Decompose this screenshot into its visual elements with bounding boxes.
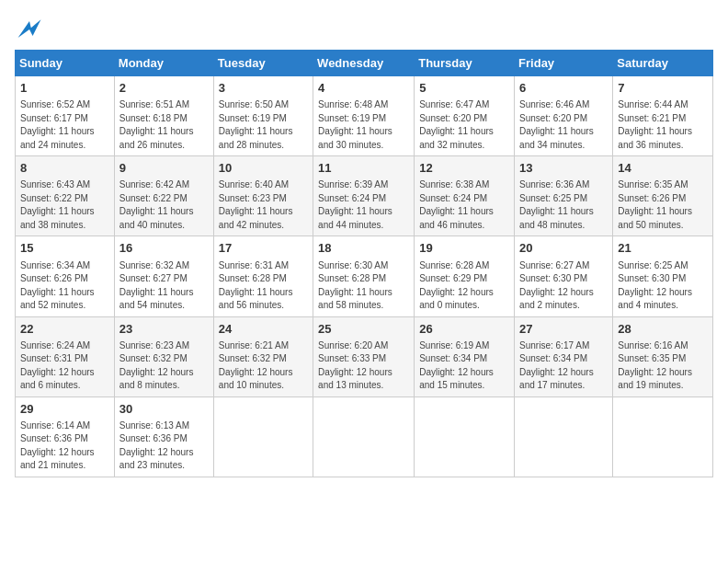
logo — [15, 15, 48, 44]
cell-content: Sunrise: 6:32 AM Sunset: 6:27 PM Dayligh… — [119, 259, 209, 313]
cell-content: Sunrise: 6:23 AM Sunset: 6:32 PM Dayligh… — [119, 339, 209, 393]
weekday-header-row: SundayMondayTuesdayWednesdayThursdayFrid… — [16, 51, 713, 76]
cell-content: Sunrise: 6:48 AM Sunset: 6:19 PM Dayligh… — [318, 98, 409, 152]
cell-content: Sunrise: 6:24 AM Sunset: 6:31 PM Dayligh… — [20, 339, 109, 393]
cell-content: Sunrise: 6:50 AM Sunset: 6:19 PM Dayligh… — [219, 98, 308, 152]
day-number: 22 — [20, 321, 109, 338]
cell-content: Sunrise: 6:35 AM Sunset: 6:26 PM Dayligh… — [618, 178, 708, 232]
calendar-cell: 8 Sunrise: 6:43 AM Sunset: 6:22 PM Dayli… — [16, 156, 115, 236]
cell-content: Sunrise: 6:30 AM Sunset: 6:28 PM Dayligh… — [318, 259, 409, 313]
calendar-cell: 17 Sunrise: 6:31 AM Sunset: 6:28 PM Dayl… — [213, 236, 313, 316]
calendar-cell: 6 Sunrise: 6:46 AM Sunset: 6:20 PM Dayli… — [515, 76, 613, 156]
day-number: 5 — [419, 80, 509, 97]
calendar-cell: 12 Sunrise: 6:38 AM Sunset: 6:24 PM Dayl… — [415, 156, 515, 236]
day-number: 17 — [219, 240, 308, 257]
calendar-week-5: 29 Sunrise: 6:14 AM Sunset: 6:36 PM Dayl… — [16, 396, 713, 477]
cell-content: Sunrise: 6:25 AM Sunset: 6:30 PM Dayligh… — [618, 259, 708, 313]
day-number: 26 — [419, 321, 509, 338]
cell-content: Sunrise: 6:36 AM Sunset: 6:25 PM Dayligh… — [519, 178, 608, 232]
day-number: 11 — [318, 160, 409, 177]
calendar-cell: 14 Sunrise: 6:35 AM Sunset: 6:26 PM Dayl… — [613, 156, 713, 236]
calendar-week-3: 15 Sunrise: 6:34 AM Sunset: 6:26 PM Dayl… — [16, 236, 713, 316]
weekday-header-friday: Friday — [515, 51, 613, 76]
calendar-cell: 4 Sunrise: 6:48 AM Sunset: 6:19 PM Dayli… — [313, 76, 415, 156]
day-number: 24 — [219, 321, 308, 338]
calendar-cell: 22 Sunrise: 6:24 AM Sunset: 6:31 PM Dayl… — [16, 316, 115, 396]
day-number: 10 — [219, 160, 308, 177]
day-number: 12 — [419, 160, 509, 177]
calendar-cell: 19 Sunrise: 6:28 AM Sunset: 6:29 PM Dayl… — [415, 236, 515, 316]
day-number: 16 — [119, 240, 209, 257]
calendar-cell: 20 Sunrise: 6:27 AM Sunset: 6:30 PM Dayl… — [515, 236, 613, 316]
cell-content: Sunrise: 6:13 AM Sunset: 6:36 PM Dayligh… — [119, 419, 209, 473]
day-number: 15 — [20, 240, 109, 257]
cell-content: Sunrise: 6:40 AM Sunset: 6:23 PM Dayligh… — [219, 178, 308, 232]
cell-content: Sunrise: 6:14 AM Sunset: 6:36 PM Dayligh… — [20, 419, 109, 473]
calendar-week-2: 8 Sunrise: 6:43 AM Sunset: 6:22 PM Dayli… — [16, 156, 713, 236]
cell-content: Sunrise: 6:47 AM Sunset: 6:20 PM Dayligh… — [419, 98, 509, 152]
logo-icon — [15, 15, 44, 44]
calendar-cell: 27 Sunrise: 6:17 AM Sunset: 6:34 PM Dayl… — [515, 316, 613, 396]
day-number: 6 — [519, 80, 608, 97]
calendar-cell — [213, 396, 313, 477]
day-number: 4 — [318, 80, 409, 97]
cell-content: Sunrise: 6:42 AM Sunset: 6:22 PM Dayligh… — [119, 178, 209, 232]
day-number: 1 — [20, 80, 109, 97]
calendar-cell — [313, 396, 415, 477]
day-number: 8 — [20, 160, 109, 177]
calendar-cell: 30 Sunrise: 6:13 AM Sunset: 6:36 PM Dayl… — [114, 396, 213, 477]
calendar-cell: 1 Sunrise: 6:52 AM Sunset: 6:17 PM Dayli… — [16, 76, 115, 156]
cell-content: Sunrise: 6:46 AM Sunset: 6:20 PM Dayligh… — [519, 98, 608, 152]
cell-content: Sunrise: 6:21 AM Sunset: 6:32 PM Dayligh… — [219, 339, 308, 393]
calendar-cell: 21 Sunrise: 6:25 AM Sunset: 6:30 PM Dayl… — [613, 236, 713, 316]
calendar-cell: 25 Sunrise: 6:20 AM Sunset: 6:33 PM Dayl… — [313, 316, 415, 396]
day-number: 28 — [618, 321, 708, 338]
calendar-cell: 18 Sunrise: 6:30 AM Sunset: 6:28 PM Dayl… — [313, 236, 415, 316]
calendar-cell: 3 Sunrise: 6:50 AM Sunset: 6:19 PM Dayli… — [213, 76, 313, 156]
cell-content: Sunrise: 6:17 AM Sunset: 6:34 PM Dayligh… — [519, 339, 608, 393]
day-number: 27 — [519, 321, 608, 338]
weekday-header-wednesday: Wednesday — [313, 51, 415, 76]
day-number: 20 — [519, 240, 608, 257]
calendar-cell: 5 Sunrise: 6:47 AM Sunset: 6:20 PM Dayli… — [415, 76, 515, 156]
day-number: 21 — [618, 240, 708, 257]
calendar-cell: 29 Sunrise: 6:14 AM Sunset: 6:36 PM Dayl… — [16, 396, 115, 477]
day-number: 29 — [20, 401, 109, 418]
calendar-cell: 24 Sunrise: 6:21 AM Sunset: 6:32 PM Dayl… — [213, 316, 313, 396]
cell-content: Sunrise: 6:39 AM Sunset: 6:24 PM Dayligh… — [318, 178, 409, 232]
page-header — [15, 15, 713, 44]
day-number: 23 — [119, 321, 209, 338]
day-number: 14 — [618, 160, 708, 177]
day-number: 2 — [119, 80, 209, 97]
weekday-header-tuesday: Tuesday — [213, 51, 313, 76]
cell-content: Sunrise: 6:43 AM Sunset: 6:22 PM Dayligh… — [20, 178, 109, 232]
calendar-cell: 28 Sunrise: 6:16 AM Sunset: 6:35 PM Dayl… — [613, 316, 713, 396]
weekday-header-saturday: Saturday — [613, 51, 713, 76]
day-number: 30 — [119, 401, 209, 418]
cell-content: Sunrise: 6:28 AM Sunset: 6:29 PM Dayligh… — [419, 259, 509, 313]
calendar-week-1: 1 Sunrise: 6:52 AM Sunset: 6:17 PM Dayli… — [16, 76, 713, 156]
cell-content: Sunrise: 6:51 AM Sunset: 6:18 PM Dayligh… — [119, 98, 209, 152]
day-number: 19 — [419, 240, 509, 257]
cell-content: Sunrise: 6:27 AM Sunset: 6:30 PM Dayligh… — [519, 259, 608, 313]
cell-content: Sunrise: 6:19 AM Sunset: 6:34 PM Dayligh… — [419, 339, 509, 393]
calendar-cell: 2 Sunrise: 6:51 AM Sunset: 6:18 PM Dayli… — [114, 76, 213, 156]
calendar-cell — [515, 396, 613, 477]
day-number: 25 — [318, 321, 409, 338]
calendar-cell — [415, 396, 515, 477]
day-number: 7 — [618, 80, 708, 97]
day-number: 3 — [219, 80, 308, 97]
calendar-cell: 7 Sunrise: 6:44 AM Sunset: 6:21 PM Dayli… — [613, 76, 713, 156]
cell-content: Sunrise: 6:38 AM Sunset: 6:24 PM Dayligh… — [419, 178, 509, 232]
day-number: 18 — [318, 240, 409, 257]
day-number: 13 — [519, 160, 608, 177]
calendar-cell: 15 Sunrise: 6:34 AM Sunset: 6:26 PM Dayl… — [16, 236, 115, 316]
calendar-cell — [613, 396, 713, 477]
calendar-cell: 13 Sunrise: 6:36 AM Sunset: 6:25 PM Dayl… — [515, 156, 613, 236]
calendar-week-4: 22 Sunrise: 6:24 AM Sunset: 6:31 PM Dayl… — [16, 316, 713, 396]
calendar-cell: 26 Sunrise: 6:19 AM Sunset: 6:34 PM Dayl… — [415, 316, 515, 396]
day-number: 9 — [119, 160, 209, 177]
weekday-header-monday: Monday — [114, 51, 213, 76]
cell-content: Sunrise: 6:31 AM Sunset: 6:28 PM Dayligh… — [219, 259, 308, 313]
cell-content: Sunrise: 6:44 AM Sunset: 6:21 PM Dayligh… — [618, 98, 708, 152]
